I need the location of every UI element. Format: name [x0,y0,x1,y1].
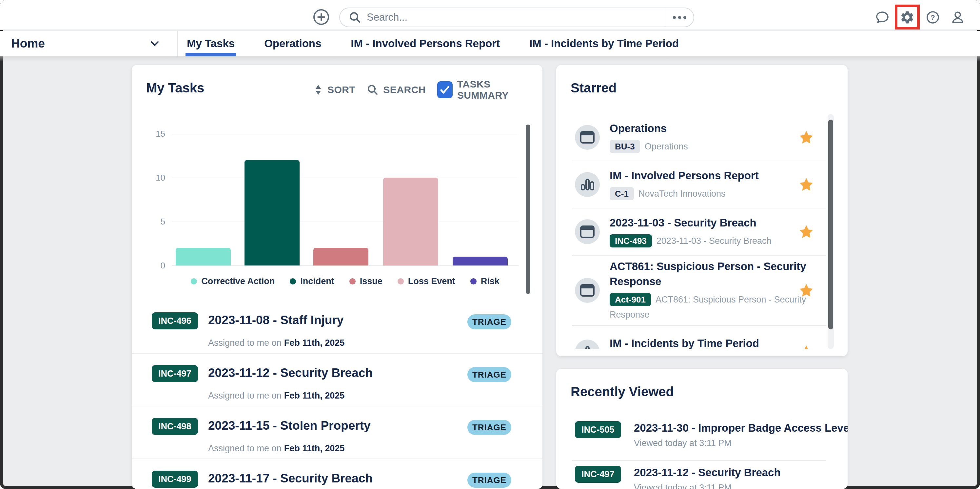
star-icon[interactable] [799,131,813,144]
browser-window-icon [575,278,600,303]
browser-window-icon [575,125,600,150]
search-bar [339,8,694,27]
starred-list: Operations BU-3Operations IM - Involved … [556,114,848,349]
legend-loss-event[interactable]: Loss Event [398,276,455,287]
legend-dot [349,278,356,285]
star-icon[interactable] [799,345,813,349]
task-id-badge: INC-497 [152,365,198,382]
starred-title: Starred [571,81,617,96]
tab-operations[interactable]: Operations [263,31,323,56]
recent-item-meta: Viewed today at 3:11 PM [634,483,732,489]
starred-item-subtitle: NovaTech Innovations [638,189,725,199]
task-list: INC-496 2023-11-08 - Staff Injury TRIAGE… [132,301,542,489]
home-dropdown[interactable]: Home [11,31,165,56]
legend-label: Corrective Action [201,276,275,287]
recent-id-badge: INC-505 [575,421,621,438]
tab-my-tasks[interactable]: My Tasks [186,31,236,56]
nav-divider [177,31,178,56]
task-title: 2023-11-15 - Stolen Property [208,419,371,433]
chat-icon[interactable] [875,10,890,25]
status-badge: TRIAGE [468,420,511,435]
task-row[interactable]: INC-498 2023-11-15 - Stolen Property TRI… [132,406,542,459]
bar-risk[interactable] [453,256,508,266]
starred-card: Starred Operations BU-3Operations [556,65,848,356]
chevron-down-icon [149,39,161,48]
legend-incident[interactable]: Incident [290,276,334,287]
starred-item-subtitle: 2023-11-03 - Security Breach [657,236,772,246]
app-window: ? Home My Tasks Operations IM - Involved… [0,0,980,489]
task-title: 2023-11-08 - Staff Injury [208,313,344,327]
recent-item-meta: Viewed today at 3:11 PM [634,438,732,448]
x-axis-line [172,266,519,266]
my-tasks-scrollbar-thumb[interactable] [526,124,530,294]
starred-item-title: IM - Incidents by Time Period [609,336,813,349]
task-assigned-meta: Assigned to me onFeb 11th, 2025 [208,443,344,454]
more-options-icon[interactable] [665,8,694,27]
starred-item[interactable]: Operations BU-3Operations [556,114,848,161]
starred-item-subtitle: Operations [645,142,688,151]
browser-window-icon [575,219,600,244]
bar-issue[interactable] [313,248,368,266]
task-row[interactable]: INC-499 2023-11-17 - Security Breach TRI… [132,459,542,489]
star-icon[interactable] [799,284,813,297]
tab-im-incidents-by-time-period[interactable]: IM - Incidents by Time Period [528,31,680,56]
recent-item-title: 2023-11-12 - Security Breach [634,467,781,479]
starred-scrollbar-thumb[interactable] [828,119,833,330]
add-icon[interactable] [312,8,330,26]
legend-dot [290,278,296,285]
recently-viewed-title: Recently Viewed [571,384,674,399]
tab-im-involved-persons-report[interactable]: IM - Involved Persons Report [349,31,501,56]
starred-item[interactable]: IM - Incidents by Time Period [556,326,848,349]
help-icon[interactable]: ? [925,10,940,25]
tab-label: Operations [264,37,321,50]
legend-label: Risk [481,276,500,287]
star-icon[interactable] [799,225,813,239]
gridline [172,134,519,134]
nav-bar: Home My Tasks Operations IM - Involved P… [0,31,980,56]
tab-label: IM - Involved Persons Report [351,37,500,50]
recently-viewed-card: Recently Viewed INC-505 2023-11-30 - Imp… [556,369,848,489]
chart-legend: Corrective Action Incident Issue Loss Ev… [172,276,519,287]
divider [572,460,826,461]
bar-corrective-action[interactable] [176,248,231,266]
starred-item[interactable]: IM - Involved Persons Report C-1NovaTech… [556,161,848,208]
tab-label: IM - Incidents by Time Period [529,37,679,50]
y-tick-0: 0 [139,261,165,271]
bar-loss-event[interactable] [383,178,438,266]
legend-risk[interactable]: Risk [470,276,500,287]
bar-chart-icon [575,172,600,197]
task-assigned-meta: Assigned to me onFeb 11th, 2025 [208,391,344,401]
y-tick-5: 5 [139,217,165,227]
legend-dot [470,278,477,285]
bar-chart-icon [575,339,600,349]
recent-item[interactable]: INC-497 2023-11-12 - Security Breach Vie… [556,466,848,489]
top-bar: ? [0,0,980,30]
star-icon[interactable] [799,178,813,191]
starred-item-badge: C-1 [609,187,634,200]
my-tasks-card: My Tasks SORT SEARCH TASKS SUMMARY [132,65,542,489]
y-tick-10: 10 [139,173,165,183]
task-id-badge: INC-499 [152,471,198,488]
starred-item[interactable]: ACT861: Suspicious Person - Security Res… [556,256,848,325]
search-icon [348,11,361,24]
legend-label: Loss Event [408,276,455,287]
starred-item[interactable]: 2023-11-03 - Security Breach INC-4932023… [556,209,848,255]
legend-corrective-action[interactable]: Corrective Action [191,276,275,287]
legend-issue[interactable]: Issue [349,276,382,287]
user-profile-icon[interactable] [950,10,965,25]
starred-item-title: ACT861: Suspicious Person - Security Res… [609,259,813,289]
recent-item-title: 2023-11-30 - Improper Badge Access Level [634,422,848,434]
recent-item[interactable]: INC-505 2023-11-30 - Improper Badge Acce… [556,421,848,460]
task-id-badge: INC-498 [152,418,198,435]
starred-item-title: 2023-11-03 - Security Breach [609,215,813,230]
tasks-summary-chart: 15 10 5 0 Corrective Action Incident Iss… [132,65,542,301]
search-input[interactable] [361,11,665,23]
home-label: Home [11,37,45,51]
recent-id-badge: INC-497 [575,466,621,483]
status-badge: TRIAGE [468,473,511,488]
bar-incident[interactable] [245,160,299,266]
task-row[interactable]: INC-497 2023-11-12 - Security Breach TRI… [132,354,542,406]
task-row[interactable]: INC-496 2023-11-08 - Staff Injury TRIAGE… [132,301,542,354]
starred-item-badge: BU-3 [609,140,640,153]
y-tick-15: 15 [139,129,165,139]
